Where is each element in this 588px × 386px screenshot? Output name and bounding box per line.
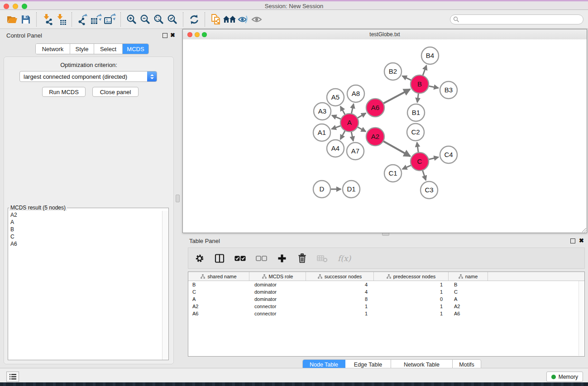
table-cell[interactable]: 1 — [306, 303, 374, 310]
node-C1[interactable]: C1 — [384, 165, 402, 182]
network-window-titlebar[interactable]: testGlobe.txt — [183, 29, 587, 40]
table-panel-close-icon[interactable]: ✖ — [579, 238, 584, 243]
tab-mcds[interactable]: MCDS — [123, 44, 148, 54]
table-cell[interactable]: 1 — [374, 303, 449, 310]
column-selector-button[interactable] — [215, 253, 225, 264]
table-scrollbar[interactable] — [578, 281, 584, 356]
node-B1[interactable]: B1 — [407, 104, 425, 121]
table-cell[interactable]: dominator — [249, 281, 306, 288]
table-cell[interactable]: 4 — [306, 288, 374, 295]
run-mcds-button[interactable]: Run MCDS — [42, 87, 86, 97]
criterion-select[interactable]: largest connected component (directed) — [19, 71, 157, 82]
node-B[interactable]: B — [411, 75, 429, 93]
homes-button[interactable] — [223, 13, 236, 26]
column-header-predecessor-nodes[interactable]: predecessor nodes — [374, 272, 449, 281]
resize-grip-icon[interactable] — [580, 226, 587, 233]
select-all-button[interactable] — [234, 253, 246, 264]
zoom-in-button[interactable] — [125, 13, 139, 26]
table-cell[interactable]: B — [449, 281, 488, 288]
task-history-button[interactable] — [6, 372, 19, 382]
tab-network[interactable]: Network — [36, 44, 70, 54]
table-cell[interactable]: C — [449, 288, 488, 295]
table-panel-float-button[interactable] — [570, 238, 575, 243]
table-cell[interactable]: A2 — [449, 303, 488, 310]
mcds-result-item[interactable]: C — [10, 233, 163, 240]
node-C2[interactable]: C2 — [407, 124, 424, 141]
table-cell[interactable]: dominator — [249, 288, 306, 295]
table-row[interactable]: A6connector11A6 — [188, 310, 584, 317]
node-A[interactable]: A — [340, 114, 359, 132]
control-panel-close-icon[interactable]: ✖ — [170, 32, 175, 38]
control-panel-float-button[interactable] — [163, 33, 167, 38]
mcds-result-item[interactable]: A — [10, 219, 163, 226]
table-cell[interactable]: A6 — [449, 310, 488, 317]
table-settings-button[interactable] — [195, 253, 205, 264]
network-canvas[interactable]: B4B2BB3B1A5A8A6A3AA1C2A2A4A7C4CC1C3DD1 — [183, 39, 587, 233]
delete-table-button[interactable] — [317, 253, 328, 264]
function-builder-button[interactable]: f(x) — [338, 253, 351, 264]
export-table-button[interactable] — [90, 13, 103, 26]
table-row[interactable]: Bdominator41B — [188, 281, 584, 288]
node-C4[interactable]: C4 — [440, 146, 457, 163]
mcds-result-item[interactable]: B — [10, 226, 163, 233]
mcds-result-item[interactable]: A2 — [10, 211, 163, 219]
node-B3[interactable]: B3 — [440, 81, 457, 99]
refresh-button[interactable] — [187, 13, 201, 26]
memory-button[interactable]: Memory — [546, 372, 583, 382]
node-A4[interactable]: A4 — [327, 140, 344, 157]
import-network-button[interactable] — [41, 13, 54, 26]
add-row-button[interactable] — [277, 253, 287, 264]
open-file-button[interactable] — [5, 13, 19, 26]
mcds-result-item[interactable]: A6 — [10, 240, 163, 248]
export-image-button[interactable] — [103, 13, 117, 26]
table-cell[interactable]: connector — [249, 310, 306, 317]
node-D[interactable]: D — [313, 181, 330, 198]
column-header-name[interactable]: name — [449, 272, 488, 281]
hide-annotations-button[interactable] — [236, 13, 250, 26]
node-B2[interactable]: B2 — [384, 63, 402, 80]
column-header-shared-name[interactable]: shared name — [188, 272, 249, 281]
table-cell[interactable]: C — [188, 288, 249, 295]
export-network-button[interactable] — [76, 13, 90, 26]
table-cell[interactable]: 8 — [306, 295, 374, 303]
node-C3[interactable]: C3 — [421, 181, 438, 199]
node-A2[interactable]: A2 — [366, 128, 384, 146]
save-session-button[interactable] — [19, 13, 33, 26]
node-A1[interactable]: A1 — [313, 124, 330, 141]
table-cell[interactable]: B — [188, 281, 249, 288]
search-input[interactable] — [450, 14, 583, 24]
node-A6[interactable]: A6 — [366, 99, 384, 117]
node-B4[interactable]: B4 — [421, 47, 439, 64]
zoom-out-button[interactable] — [139, 13, 152, 26]
node-A3[interactable]: A3 — [314, 103, 331, 120]
mcds-result-scrollbar[interactable] — [162, 211, 168, 360]
deselect-all-button[interactable] — [256, 253, 267, 264]
table-cell[interactable]: A — [449, 295, 488, 303]
column-header-successor-nodes[interactable]: successor nodes — [306, 272, 374, 281]
node-C[interactable]: C — [411, 152, 429, 171]
node-A7[interactable]: A7 — [347, 143, 364, 160]
table-cell[interactable]: dominator — [249, 295, 306, 303]
table-cell[interactable]: 1 — [374, 288, 449, 295]
close-panel-button[interactable]: Close panel — [92, 87, 139, 97]
node-A8[interactable]: A8 — [347, 85, 364, 102]
table-cell[interactable]: 0 — [374, 295, 449, 303]
node-table[interactable]: shared nameMCDS rolesuccessor nodesprede… — [188, 272, 585, 357]
table-row[interactable]: Cdominator41C — [188, 288, 584, 295]
show-details-button[interactable] — [250, 13, 263, 26]
tab-select[interactable]: Select — [94, 44, 123, 54]
table-cell[interactable]: A6 — [188, 310, 249, 317]
node-D1[interactable]: D1 — [343, 181, 360, 198]
table-cell[interactable]: 1 — [374, 281, 449, 288]
table-cell[interactable]: connector — [249, 303, 306, 310]
panel-divider-grip[interactable] — [176, 195, 180, 202]
duplicate-network-button[interactable] — [209, 13, 223, 26]
table-cell[interactable]: 1 — [374, 310, 449, 317]
column-header-MCDS-role[interactable]: MCDS role — [249, 272, 306, 281]
table-cell[interactable]: A2 — [188, 303, 249, 310]
delete-rows-button[interactable] — [297, 253, 307, 264]
table-row[interactable]: Adominator80A — [188, 295, 584, 303]
table-cell[interactable]: 1 — [306, 310, 374, 317]
table-cell[interactable]: 4 — [306, 281, 374, 288]
table-row[interactable]: A2connector11A2 — [188, 303, 584, 310]
